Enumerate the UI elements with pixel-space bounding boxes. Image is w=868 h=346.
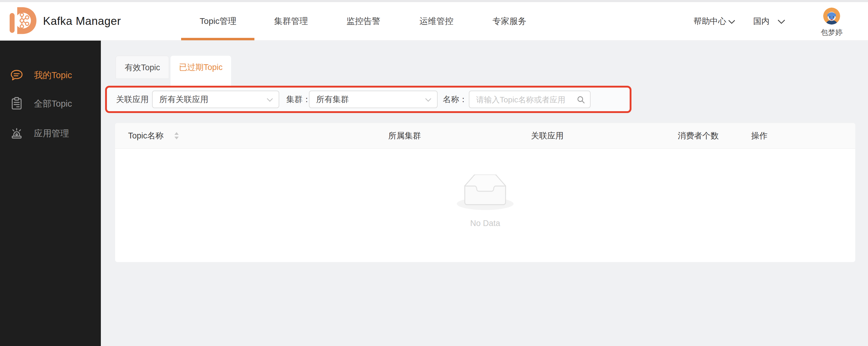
sort-carets-icon[interactable]	[175, 131, 179, 141]
sidebar-item-label: 我的Topic	[34, 67, 72, 84]
column-topic-name[interactable]: Topic名称	[128, 123, 163, 148]
region-label: 国内	[753, 16, 770, 27]
sidebar-item-label: 应用管理	[34, 125, 69, 142]
filter-app-label: 关联应用：	[116, 86, 157, 113]
filter-name-label: 名称：	[443, 86, 467, 113]
column-actions: 操作	[751, 123, 768, 148]
topic-search-box	[469, 91, 591, 108]
chevron-down-icon	[425, 97, 432, 103]
filter-cluster-label: 集群：	[286, 86, 311, 113]
nav-cluster-management[interactable]: 集群管理	[274, 2, 308, 40]
nav-ops-control[interactable]: 运维管控	[420, 2, 454, 40]
nav-topic-management[interactable]: Topic管理	[199, 2, 236, 40]
caret-down-icon	[175, 137, 179, 139]
caret-up-icon	[175, 132, 179, 135]
cluster-select[interactable]: 所有集群	[309, 91, 438, 108]
user-avatar[interactable]	[823, 7, 840, 25]
sidebar-item-label: 全部Topic	[34, 95, 72, 112]
kafka-manager-screen: Kafka Manager Topic管理 集群管理 监控告警 运维管控 专家服…	[0, 0, 868, 346]
tab-expired-topic[interactable]: 已过期Topic	[170, 56, 231, 86]
sidebar: 我的Topic 全部Topic	[0, 40, 101, 346]
chevron-down-icon	[267, 97, 273, 103]
no-data-text: No Data	[440, 219, 531, 228]
siren-icon	[10, 126, 24, 140]
table-header-row: Topic名称 所属集群 关联应用 消费者个数 操作	[115, 123, 855, 149]
empty-box-icon	[457, 174, 514, 211]
app-title: Kafka Manager	[43, 2, 121, 40]
app-select[interactable]: 所有关联应用	[152, 91, 279, 108]
topic-search-input[interactable]	[475, 91, 574, 108]
empty-state: No Data	[440, 174, 531, 228]
kafka-manager-logo-icon	[8, 4, 39, 37]
column-related-app: 关联应用	[531, 123, 564, 148]
column-cluster: 所属集群	[388, 123, 421, 148]
nav-monitor-alert[interactable]: 监控告警	[346, 2, 380, 40]
nav-expert-service[interactable]: 专家服务	[492, 2, 526, 40]
window-top-strip	[0, 0, 868, 2]
chevron-down-icon	[777, 17, 785, 26]
user-name: 包梦婷	[821, 28, 842, 37]
main-content: 有效Topic 已过期Topic 关联应用： 所有关联应用 集群： 所有集群 名…	[101, 40, 868, 346]
chat-bubble-icon	[10, 68, 24, 82]
sidebar-item-app-management[interactable]: 应用管理	[0, 125, 101, 142]
column-consumer-count: 消费者个数	[678, 123, 719, 148]
sidebar-item-my-topic[interactable]: 我的Topic	[0, 67, 101, 84]
chevron-down-icon	[728, 17, 735, 26]
topic-table: Topic名称 所属集群 关联应用 消费者个数 操作	[115, 123, 855, 262]
active-nav-underline	[181, 38, 254, 40]
search-icon[interactable]	[577, 95, 585, 105]
app-select-value: 所有关联应用	[159, 91, 208, 108]
sidebar-item-all-topic[interactable]: 全部Topic	[0, 95, 101, 112]
cluster-select-value: 所有集群	[316, 91, 349, 108]
region-selector[interactable]: 国内	[753, 2, 785, 40]
help-center-label: 帮助中心	[693, 16, 726, 27]
app-header: Kafka Manager Topic管理 集群管理 监控告警 运维管控 专家服…	[0, 2, 868, 40]
tab-valid-topic[interactable]: 有效Topic	[116, 56, 169, 79]
help-center-menu[interactable]: 帮助中心	[693, 2, 735, 40]
clipboard-icon	[10, 97, 24, 111]
